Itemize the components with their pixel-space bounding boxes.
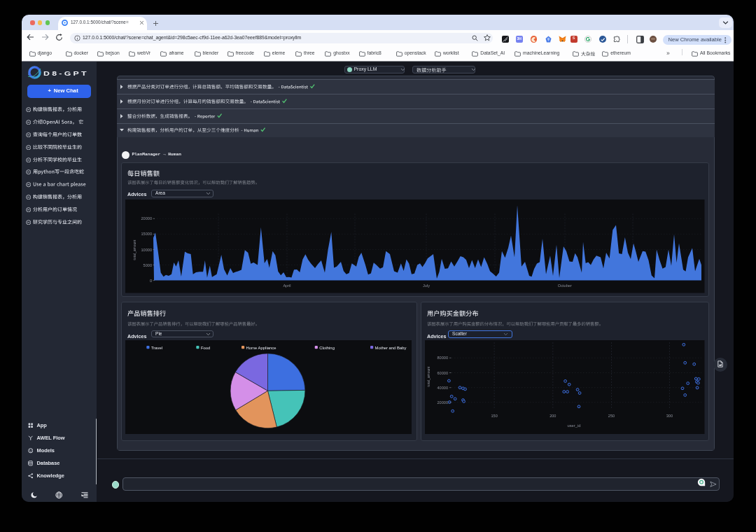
svg-text:0: 0 <box>150 279 152 283</box>
svg-text:total_amount: total_amount <box>426 366 430 387</box>
svg-text:October: October <box>558 284 572 288</box>
svg-text:Travel: Travel <box>151 346 162 350</box>
svg-text:200: 200 <box>550 414 556 418</box>
svg-text:15000: 15000 <box>141 232 152 236</box>
svg-text:Food: Food <box>201 346 210 350</box>
svg-text:20000: 20000 <box>141 216 152 220</box>
svg-text:Home Appliance: Home Appliance <box>246 346 277 350</box>
svg-text:July: July <box>423 284 430 288</box>
svg-text:Mother and Baby: Mother and Baby <box>375 346 407 350</box>
svg-text:250: 250 <box>608 414 615 418</box>
svg-text:user_id: user_id <box>567 424 580 428</box>
svg-text:April: April <box>283 284 290 288</box>
svg-text:300: 300 <box>666 414 673 418</box>
svg-text:10000: 10000 <box>141 248 152 252</box>
svg-text:40000: 40000 <box>437 386 448 390</box>
svg-text:80000: 80000 <box>437 356 448 360</box>
svg-text:Clothing: Clothing <box>319 346 335 350</box>
svg-text:150: 150 <box>491 414 497 418</box>
svg-text:20000: 20000 <box>437 400 448 405</box>
svg-text:60000: 60000 <box>437 371 448 375</box>
svg-text:total_amount: total_amount <box>132 239 136 260</box>
svg-text:5000: 5000 <box>144 263 152 267</box>
